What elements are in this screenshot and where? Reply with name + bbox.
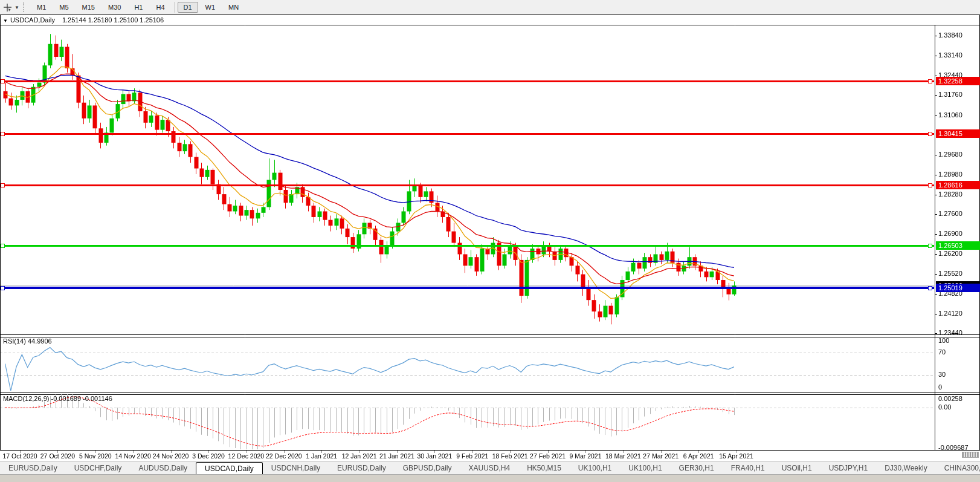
date-axis-label: 18 Feb 2021 [492,452,528,460]
price-axis-label: 1.31060 [938,111,962,119]
chart-tab-usdjpy-h1[interactable]: USDJPY,H1 [820,461,876,475]
date-axis-label: 27 Oct 2020 [40,452,75,460]
date-axis-label: 6 Apr 2021 [683,452,714,460]
price-axis-label: 1.27600 [938,210,962,217]
rsi-axis-label: 30 [938,371,946,378]
price-axis-label: 1.24120 [938,310,962,317]
hline-price-label: 1.28616 [936,181,980,189]
date-axis-label: 17 Oct 2020 [2,452,37,460]
chart-tab-dj30-weekly[interactable]: DJ30,Weekly [876,461,935,475]
price-axis-label: 1.23440 [938,329,962,336]
chart-tab-bar: EURUSD,DailyUSDCHF,DailyAUDUSD,DailyUSDC… [0,461,980,475]
date-axis-label: 3 Dec 2020 [192,452,225,460]
date-axis[interactable]: 17 Oct 202027 Oct 20205 Nov 202014 Nov 2… [0,451,980,461]
date-axis-label: 12 Jan 2021 [342,452,377,460]
macd-indicator-label: MACD(12,26,9) -0.001689 -0.001146 [3,395,112,402]
chart-tab-usdcnh-daily[interactable]: USDCNH,Daily [263,461,329,475]
price-chart-canvas[interactable] [0,0,980,482]
price-axis-label: 1.28980 [938,171,962,178]
hline-price-label: 1.30415 [936,129,980,138]
price-axis-label: 1.25520 [938,270,962,277]
price-axis-label: 1.29680 [938,151,962,158]
date-axis-label: 1 Jan 2021 [306,452,337,460]
chart-tab-uk100-h1[interactable]: UK100,H1 [620,461,670,475]
chart-tab-xauusd-h4[interactable]: XAUUSD,H4 [460,461,518,475]
price-axis-label: 1.26200 [938,250,962,257]
rsi-axis-label: 0 [938,383,942,391]
hline-price-label: 1.26503 [936,241,980,250]
hline-price-label: 1.32258 [936,77,980,85]
date-axis-label: 27 Feb 2021 [530,452,566,460]
date-axis-label: 15 Apr 2021 [719,452,753,460]
chart-tab-usoil-h1[interactable]: USOil,H1 [773,461,820,475]
macd-axis-label: 0.00 [938,403,951,411]
chart-symbol-period: USDCAD,Daily [10,16,55,24]
date-axis-label: 5 Nov 2020 [79,452,112,460]
price-axis-label: 1.33840 [938,31,962,39]
status-strip [0,474,980,482]
chart-tab-china300-h1[interactable]: CHINA300,H1 [936,461,980,475]
date-axis-label: 12 Dec 2020 [228,452,265,460]
rsi-indicator-label: RSI(14) 44.9906 [3,337,52,345]
chart-ohlc-quotes: 1.25144 1.25180 1.25100 1.25106 [62,16,164,24]
chart-tab-gbpusd-daily[interactable]: GBPUSD,Daily [395,461,460,475]
chart-tab-eurusd-daily[interactable]: EURUSD,Daily [329,461,395,475]
price-axis-label: 1.31760 [938,91,962,98]
price-axis-label: 1.33140 [938,51,962,59]
date-axis-label: 27 Mar 2021 [643,452,679,460]
chart-tab-eurusd-daily[interactable]: EURUSD,Daily [0,461,66,475]
date-axis-label: 30 Jan 2021 [417,452,452,460]
hline-price-label: 1.25019 [936,284,980,292]
rsi-axis-label: 100 [938,337,949,344]
date-axis-label: 14 Nov 2020 [115,452,151,460]
rsi-axis-label: 70 [938,348,946,356]
price-axis-label: 1.28280 [938,191,962,198]
date-axis-label: 9 Mar 2021 [569,452,601,460]
date-axis-label: 21 Jan 2021 [379,452,414,460]
scroll-grip[interactable] [962,452,979,458]
collapse-triangle-icon[interactable]: ▼ [3,18,8,24]
price-axis-label: 1.26900 [938,230,962,237]
chart-title: ▼USDCAD,Daily1.25144 1.25180 1.25100 1.2… [3,16,164,24]
chart-tab-usdcad-daily[interactable]: USDCAD,Daily [196,462,263,475]
chart-tab-usdchf-daily[interactable]: USDCHF,Daily [66,461,131,475]
date-axis-label: 22 Dec 2020 [266,452,302,460]
chart-tab-hk50-m15[interactable]: HK50,M15 [518,461,570,475]
chart-tab-fra40-h1[interactable]: FRA40,H1 [723,461,773,475]
date-axis-label: 18 Mar 2021 [605,452,641,460]
macd-axis-label: 0.00258 [938,395,962,402]
chart-tab-uk100-h1[interactable]: UK100,H1 [570,461,620,475]
mt4-window: ▼ M1M5M15M30H1H4D1W1MN ▼USDCAD,Daily1.25… [0,0,980,482]
chart-tab-ger30-h1[interactable]: GER30,H1 [671,461,723,475]
date-axis-label: 9 Feb 2021 [456,452,488,460]
date-axis-label: 24 Nov 2020 [153,452,189,460]
chart-tab-audusd-daily[interactable]: AUDUSD,Daily [130,461,196,475]
